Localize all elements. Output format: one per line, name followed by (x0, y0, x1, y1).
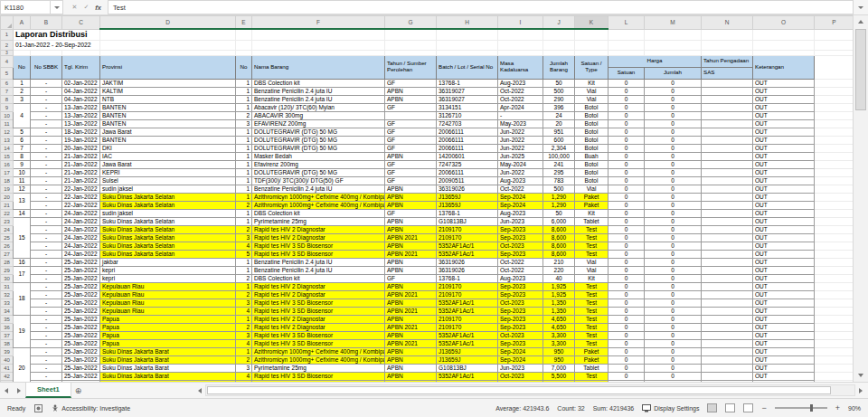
column-header-C[interactable]: C (62, 16, 100, 30)
cell-no[interactable]: 7 (14, 144, 31, 152)
cell-no[interactable]: 8 (14, 152, 31, 160)
cell-tgl-kirim[interactable]: 25-Jan-2022 (62, 372, 100, 380)
cell-satuan-type[interactable]: Test (575, 225, 609, 233)
cell-item-no[interactable]: 1 (236, 103, 252, 111)
cell-satuan-type[interactable]: Test (575, 307, 609, 315)
cell-item-no[interactable]: 3 (236, 299, 252, 307)
cell-satuan-type[interactable]: Paket (575, 193, 609, 201)
cell-tahun-sumber[interactable]: APBN (385, 347, 437, 355)
cell-empty[interactable] (252, 40, 385, 50)
cell-keterangan[interactable]: OUT (753, 299, 815, 307)
cell-empty[interactable] (575, 29, 609, 40)
cell-no-sbbk[interactable]: - (31, 315, 62, 323)
cell-no-sbbk[interactable]: - (31, 79, 62, 87)
cell-provinsi[interactable]: Suku Dinas Jakarta Selatan (100, 201, 236, 209)
cell-masa-kadaluarsa[interactable]: May-2023 (498, 119, 543, 128)
cell-item-no[interactable]: 2 (236, 323, 252, 331)
cell-provinsi[interactable]: jakbar (100, 258, 236, 266)
cell-provinsi[interactable]: Suku Dinas Jakarta Selatan (100, 250, 236, 258)
cell-sas[interactable] (702, 315, 753, 323)
cell-harga-jumlah[interactable]: 0 (645, 364, 702, 372)
cell-jumlah-barang[interactable]: 5,500 (543, 372, 575, 380)
cell-no[interactable]: 9 (14, 160, 31, 168)
cell-provinsi[interactable]: Suku Dinas Jakarta Barat (100, 355, 236, 364)
cell-nama-barang[interactable]: Rapid tes HIV 3 SD Biosensor (252, 242, 385, 250)
cell-nama-barang[interactable]: DBS Colection kit (252, 209, 385, 217)
cell-jumlah-barang[interactable]: 396 (543, 103, 575, 111)
column-header-M[interactable]: M (645, 16, 702, 30)
header-no-sbbk[interactable]: No SBBK (31, 55, 62, 79)
cell-keterangan[interactable]: OUT (753, 347, 815, 355)
cell-no-sbbk[interactable]: - (31, 225, 62, 233)
cell-sas[interactable] (702, 87, 753, 95)
cell-empty[interactable] (498, 40, 543, 50)
cell-no-sbbk[interactable]: - (31, 242, 62, 250)
cell-nama-barang[interactable]: Benzatine Penicilin 2.4 juta IU (252, 95, 385, 103)
cell-provinsi[interactable]: Papua (100, 315, 236, 323)
cell-batch[interactable]: J13659J (437, 193, 498, 201)
cell-sas[interactable] (702, 201, 753, 209)
cell-jumlah-barang[interactable]: 40 (543, 274, 575, 282)
cell-empty[interactable] (815, 242, 854, 250)
cell-item-no[interactable]: 4 (236, 307, 252, 315)
cell-empty[interactable] (815, 193, 854, 201)
row-header-12[interactable]: 12 (1, 128, 14, 136)
cell-empty[interactable] (815, 209, 854, 217)
cell-sas[interactable] (702, 225, 753, 233)
row-header-23[interactable]: 23 (1, 217, 14, 225)
cell-harga-jumlah[interactable]: 0 (645, 79, 702, 87)
cell-provinsi[interactable]: kepri (100, 274, 236, 282)
cell-keterangan[interactable]: OUT (753, 111, 815, 119)
cell-tgl-kirim[interactable]: 04-Jan-2022 (62, 95, 100, 103)
cell-item-no[interactable]: 2 (236, 290, 252, 299)
cell-keterangan[interactable]: OUT (753, 185, 815, 193)
cell-no[interactable]: 10 (14, 168, 31, 176)
cell-tahun-sumber[interactable]: GF (385, 168, 437, 176)
cell-no-sbbk[interactable]: - (31, 290, 62, 299)
cell-empty[interactable] (815, 128, 854, 136)
cell-no[interactable]: 20 (14, 347, 31, 382)
cell-sas[interactable] (702, 364, 753, 372)
header-jumlah-barang[interactable]: Jumlah Barang (543, 55, 575, 79)
cell-harga-jumlah[interactable]: 0 (645, 347, 702, 355)
cell-tahun-sumber[interactable]: APBN (385, 266, 437, 274)
cell-empty[interactable] (753, 29, 815, 40)
cell-sas[interactable] (702, 95, 753, 103)
cell-tgl-kirim[interactable]: 25-Jan-2022 (62, 290, 100, 299)
cell-harga-satuan[interactable]: 0 (609, 233, 645, 242)
cell-tahun-sumber[interactable]: APBN (385, 217, 437, 225)
cell-tahun-sumber[interactable]: APBN (385, 225, 437, 233)
cell-empty[interactable] (815, 185, 854, 193)
cell-jumlah-barang[interactable]: 241 (543, 160, 575, 168)
cell-nama-barang[interactable]: Rapid tes HIV 3 SD Biosensor (252, 372, 385, 380)
cell-tgl-kirim[interactable]: 22-Jan-2022 (62, 185, 100, 193)
cell-harga-jumlah[interactable]: 0 (645, 209, 702, 217)
cell-harga-satuan[interactable]: 0 (609, 209, 645, 217)
cell-keterangan[interactable]: OUT (753, 315, 815, 323)
cell-satuan-type[interactable]: Vial (575, 185, 609, 193)
cell-harga-satuan[interactable]: 0 (609, 87, 645, 95)
cell-jumlah-barang[interactable]: 1,925 (543, 282, 575, 290)
cell-jumlah-barang[interactable]: 8,600 (543, 242, 575, 250)
cell-keterangan[interactable]: OUT (753, 225, 815, 233)
zoom-out-icon[interactable]: − (761, 404, 766, 412)
row-header-38[interactable]: 38 (1, 339, 14, 347)
cell-no-sbbk[interactable]: - (31, 152, 62, 160)
cell-provinsi[interactable]: BANTEN (100, 136, 236, 144)
macro-record-icon[interactable] (34, 404, 42, 412)
cell-tahun-sumber[interactable]: APBN 2021 (385, 339, 437, 347)
row-header-1[interactable]: 1 (1, 29, 14, 40)
cell-jumlah-barang[interactable]: 1,290 (543, 193, 575, 201)
cell-keterangan[interactable]: OUT (753, 119, 815, 128)
cell-harga-satuan[interactable]: 0 (609, 201, 645, 209)
cell-tahun-sumber[interactable]: APBN (385, 201, 437, 209)
cell-harga-jumlah[interactable]: 0 (645, 193, 702, 201)
cell-harga-satuan[interactable]: 0 (609, 193, 645, 201)
cell-empty[interactable] (815, 250, 854, 258)
cell-harga-satuan[interactable]: 0 (609, 250, 645, 258)
row-header-13[interactable]: 13 (1, 136, 14, 144)
cell-empty[interactable] (543, 40, 575, 50)
cell-harga-jumlah[interactable]: 0 (645, 95, 702, 103)
cell-provinsi[interactable]: Kepulauan Riau (100, 282, 236, 290)
cell-no-sbbk[interactable]: - (31, 87, 62, 95)
